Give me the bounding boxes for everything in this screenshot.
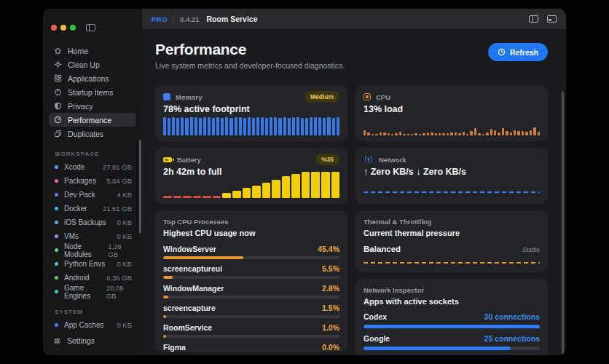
process-percent: 1.0% (322, 323, 339, 332)
chart-bar (190, 117, 193, 135)
process-name: screencaptureui (163, 264, 222, 273)
chart-bar (439, 133, 441, 135)
socket-bar-fill (364, 325, 540, 328)
chart-bar (383, 132, 385, 135)
process-row-windowserver: WindowServer45.4% (163, 245, 339, 259)
process-percent: 2.8% (322, 284, 339, 293)
process-name: WindowServer (163, 245, 216, 253)
process-name: WindowManager (163, 284, 224, 293)
chart-bar (525, 132, 527, 135)
chart-bar (232, 191, 241, 198)
refresh-label: Refresh (510, 48, 538, 57)
category-size: 0 KB (117, 232, 132, 240)
cpu-value: 13% load (364, 104, 540, 114)
chart-bar (506, 131, 508, 135)
chart-bar (423, 133, 425, 135)
pro-badge: PRO (152, 15, 168, 23)
chart-bar (163, 117, 166, 135)
chart-bar (252, 118, 255, 135)
chart-bar (262, 183, 271, 198)
chart-bar (458, 133, 460, 135)
sidebar-item-android[interactable]: Android6,36 GB (43, 271, 142, 285)
content-scrollbar[interactable] (562, 91, 564, 355)
process-bar-track (163, 256, 339, 259)
titlebar: PRO 0.4.21 Room Service (142, 9, 566, 29)
sidebar-item-startup-items[interactable]: Startup Items (49, 85, 136, 99)
sidebar-item-game-engines[interactable]: Game Engines28,09 GB (43, 285, 142, 298)
process-row-figma: Figma0.0% (163, 343, 339, 352)
chart-bar (221, 118, 224, 135)
main-area: PRO 0.4.21 Room Service Performance Live… (142, 9, 566, 355)
settings-label: Settings (67, 336, 95, 345)
chart-bar (474, 128, 476, 135)
sidebar-item-xcode[interactable]: Xcode27,81 GB (43, 160, 142, 174)
zoom-window-button[interactable] (70, 25, 76, 31)
thermal-flatline-chart (364, 262, 540, 264)
memory-label: Memory (176, 93, 202, 101)
chart-bar (494, 130, 496, 136)
chart-bar (185, 118, 188, 135)
category-label: Dev Pack (64, 191, 95, 199)
close-window-button[interactable] (51, 25, 57, 31)
category-dot (55, 221, 58, 224)
sidebar-item-performance[interactable]: Performance (49, 113, 136, 127)
sidebar-scrollbar[interactable] (139, 140, 141, 233)
chart-bar (407, 134, 409, 135)
sidebar-item-duplicates[interactable]: Duplicates (49, 127, 136, 141)
chart-bar (193, 196, 202, 198)
thermal-subtitle: Current thermal pressure (364, 229, 540, 237)
sidebar-item-label: Applications (68, 74, 109, 83)
sidebar: HomeClean UpApplicationsStartup ItemsPri… (43, 9, 142, 355)
sidebar-item-node-modules[interactable]: Node Modules1,28 GB (43, 243, 142, 257)
home-icon (54, 47, 62, 55)
memory-pressure-badge: Medium (304, 91, 339, 103)
process-row-windowmanager: WindowManager2.8% (163, 284, 339, 298)
chart-bar (466, 134, 468, 135)
category-label: Android (64, 274, 89, 282)
chart-bar (435, 133, 437, 135)
chart-bar (270, 117, 272, 135)
category-dot (55, 193, 58, 197)
battery-percent-badge: %35 (315, 154, 339, 165)
mini-window-icon[interactable] (547, 15, 557, 23)
chart-bar (243, 188, 251, 198)
chart-bar (311, 172, 320, 198)
sidebar-item-home[interactable]: Home (49, 44, 136, 58)
refresh-button[interactable]: Refresh (488, 43, 548, 61)
panel-layout-icon[interactable] (529, 15, 538, 23)
chart-bar (183, 196, 192, 198)
titlebar-divider (173, 15, 174, 23)
sidebar-item-python-envs[interactable]: Python Envs0 KB (43, 257, 142, 271)
sidebar-item-ios-backups[interactable]: iOS Backups0 KB (43, 215, 142, 229)
minimize-window-button[interactable] (60, 25, 66, 31)
chart-bar (427, 132, 429, 135)
chart-bar (278, 118, 281, 135)
sidebar-item-docker[interactable]: Docker21,51 GB (43, 202, 142, 215)
category-size: 1,28 GB (108, 242, 132, 258)
battery-label: Battery (177, 156, 201, 164)
sidebar-item-label: Startup Items (68, 88, 113, 97)
sidebar-item-applications[interactable]: Applications (49, 71, 136, 85)
top-cpu-card: Top CPU Processes Highest CPU usage now … (155, 210, 347, 352)
category-label: Game Engines (64, 284, 106, 300)
sidebar-item-packages[interactable]: Packages5,64 GB (43, 174, 142, 188)
battery-icon (163, 157, 172, 162)
sidebar-item-privacy[interactable]: Privacy (49, 99, 136, 113)
sidebar-item-dev-pack[interactable]: Dev Pack4 KB (43, 188, 142, 202)
chart-bar (235, 117, 237, 135)
category-dot (55, 165, 58, 169)
sidebar-item-app-caches[interactable]: App Caches0 KB (43, 318, 142, 332)
category-label: Python Envs (64, 260, 105, 268)
app-title: Room Service (207, 15, 258, 23)
chart-bar (411, 134, 413, 135)
process-bar-track (163, 315, 339, 318)
chart-bar (199, 118, 202, 135)
process-bar-fill (163, 276, 173, 279)
sidebar-item-vms[interactable]: VMs0 KB (43, 229, 142, 243)
socket-row-google: Google25 connections (364, 334, 540, 350)
sidebar-item-clean-up[interactable]: Clean Up (49, 58, 136, 71)
sidebar-toggle-icon[interactable] (86, 24, 95, 31)
network-antenna-icon (364, 156, 374, 164)
sidebar-item-settings[interactable]: Settings (53, 336, 95, 345)
category-size: 0 KB (117, 260, 132, 268)
